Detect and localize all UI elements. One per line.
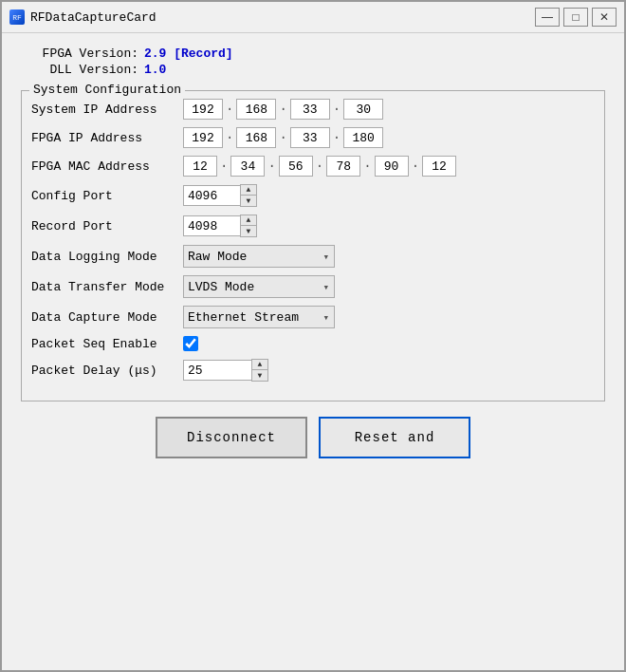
fpga-ip-2[interactable] — [236, 127, 276, 148]
data-capture-label: Data Capture Mode — [31, 310, 183, 325]
system-config-group: System Configuration System IP Address ·… — [21, 90, 605, 401]
system-ip-controls: · · · — [183, 99, 383, 120]
app-icon: RF — [9, 9, 25, 25]
ip-dot-2: · — [276, 102, 289, 117]
fpga-ip-3[interactable] — [290, 127, 330, 148]
mac-3[interactable] — [279, 156, 313, 177]
packet-delay-down[interactable]: ▼ — [252, 370, 267, 381]
record-port-input[interactable] — [183, 215, 240, 236]
data-transfer-row: Data Transfer Mode LVDS Mode Parallel Mo… — [31, 275, 595, 298]
config-port-up[interactable]: ▲ — [241, 185, 256, 196]
fpga-ip-1[interactable] — [183, 127, 223, 148]
system-ip-2[interactable] — [236, 99, 276, 120]
config-port-input[interactable] — [183, 185, 240, 206]
close-button[interactable]: ✕ — [592, 8, 617, 27]
packet-delay-label: Packet Delay (μs) — [31, 364, 183, 378]
fpga-mac-label: FPGA MAC Address — [31, 159, 183, 174]
mac-1[interactable] — [183, 156, 217, 177]
record-port-row: Record Port ▲ ▼ — [31, 215, 595, 237]
mac-4[interactable] — [326, 156, 360, 177]
fpga-ip-label: FPGA IP Address — [31, 131, 183, 145]
content-area: FPGA Version: 2.9 [Record] DLL Version: … — [2, 33, 624, 670]
mac-dot-4: · — [360, 159, 374, 174]
title-bar: RF RFDataCaptureCard — □ ✕ — [2, 2, 624, 33]
main-window: RF RFDataCaptureCard — □ ✕ FPGA Version:… — [0, 0, 626, 672]
fpga-ip-4[interactable] — [343, 127, 383, 148]
group-title: System Configuration — [29, 83, 185, 97]
packet-delay-input[interactable] — [183, 360, 251, 381]
packet-delay-spinner: ▲ ▼ — [183, 359, 268, 382]
data-transfer-dropdown[interactable]: LVDS Mode Parallel Mode — [183, 275, 335, 298]
mac-5[interactable] — [375, 156, 409, 177]
fpga-ip-controls: · · · — [183, 127, 383, 148]
mac-dot-3: · — [313, 159, 326, 174]
data-capture-dropdown[interactable]: Ethernet Stream DMA Mode — [183, 306, 335, 328]
packet-seq-checkbox[interactable] — [183, 336, 198, 351]
mac-2[interactable] — [230, 156, 265, 177]
packet-seq-label: Packet Seq Enable — [31, 337, 183, 351]
system-ip-row: System IP Address · · · — [31, 99, 595, 120]
minimize-button[interactable]: — — [535, 8, 560, 27]
record-port-up[interactable]: ▲ — [241, 215, 256, 226]
bottom-buttons: Disconnect Reset and — [21, 417, 605, 458]
title-bar-controls: — □ ✕ — [535, 8, 617, 27]
system-ip-1[interactable] — [183, 99, 223, 120]
packet-seq-row: Packet Seq Enable — [31, 336, 595, 351]
fpga-version-value: 2.9 [Record] — [144, 47, 605, 61]
data-logging-dropdown-wrap: Raw Mode Processed Mode — [183, 245, 335, 268]
record-port-spinner-btns: ▲ ▼ — [240, 215, 257, 237]
config-port-spinner: ▲ ▼ — [183, 184, 257, 207]
config-port-row: Config Port ▲ ▼ — [31, 184, 595, 207]
record-port-label: Record Port — [31, 219, 183, 233]
maximize-button[interactable]: □ — [563, 8, 588, 27]
fpga-ip-dot-1: · — [223, 130, 236, 145]
data-logging-dropdown[interactable]: Raw Mode Processed Mode — [183, 245, 335, 268]
dll-version-value: 1.0 — [144, 63, 605, 77]
title-bar-left: RF RFDataCaptureCard — [9, 9, 156, 25]
ip-dot-1: · — [223, 102, 236, 117]
system-ip-4[interactable] — [343, 99, 383, 120]
record-port-down[interactable]: ▼ — [241, 226, 256, 236]
config-port-spinner-btns: ▲ ▼ — [240, 184, 257, 207]
window-title: RFDataCaptureCard — [30, 10, 156, 25]
reset-button[interactable]: Reset and — [319, 417, 470, 458]
packet-delay-up[interactable]: ▲ — [252, 360, 267, 370]
data-transfer-label: Data Transfer Mode — [31, 280, 183, 294]
disconnect-button[interactable]: Disconnect — [156, 417, 307, 458]
ip-dot-3: · — [330, 102, 343, 117]
config-port-down[interactable]: ▼ — [241, 196, 256, 206]
fpga-mac-row: FPGA MAC Address · · · · · — [31, 156, 595, 177]
dll-version-label: DLL Version: — [21, 63, 144, 77]
mac-dot-1: · — [217, 159, 230, 174]
mac-dot-5: · — [409, 159, 422, 174]
config-port-label: Config Port — [31, 189, 183, 203]
fpga-ip-dot-3: · — [330, 130, 343, 145]
fpga-ip-dot-2: · — [276, 130, 289, 145]
record-port-spinner: ▲ ▼ — [183, 215, 257, 237]
fpga-mac-controls: · · · · · — [183, 156, 456, 177]
data-capture-dropdown-wrap: Ethernet Stream DMA Mode — [183, 306, 335, 328]
data-capture-row: Data Capture Mode Ethernet Stream DMA Mo… — [31, 306, 595, 328]
mac-6[interactable] — [422, 156, 456, 177]
system-ip-label: System IP Address — [31, 103, 183, 117]
data-logging-row: Data Logging Mode Raw Mode Processed Mod… — [31, 245, 595, 268]
data-transfer-dropdown-wrap: LVDS Mode Parallel Mode — [183, 275, 335, 298]
system-ip-3[interactable] — [290, 99, 330, 120]
packet-delay-row: Packet Delay (μs) ▲ ▼ — [31, 359, 595, 382]
fpga-ip-row: FPGA IP Address · · · — [31, 127, 595, 148]
mac-dot-2: · — [265, 159, 278, 174]
fpga-version-label: FPGA Version: — [21, 47, 144, 61]
version-section: FPGA Version: 2.9 [Record] DLL Version: … — [21, 47, 605, 77]
packet-delay-spinner-btns: ▲ ▼ — [251, 359, 268, 382]
data-logging-label: Data Logging Mode — [31, 250, 183, 264]
